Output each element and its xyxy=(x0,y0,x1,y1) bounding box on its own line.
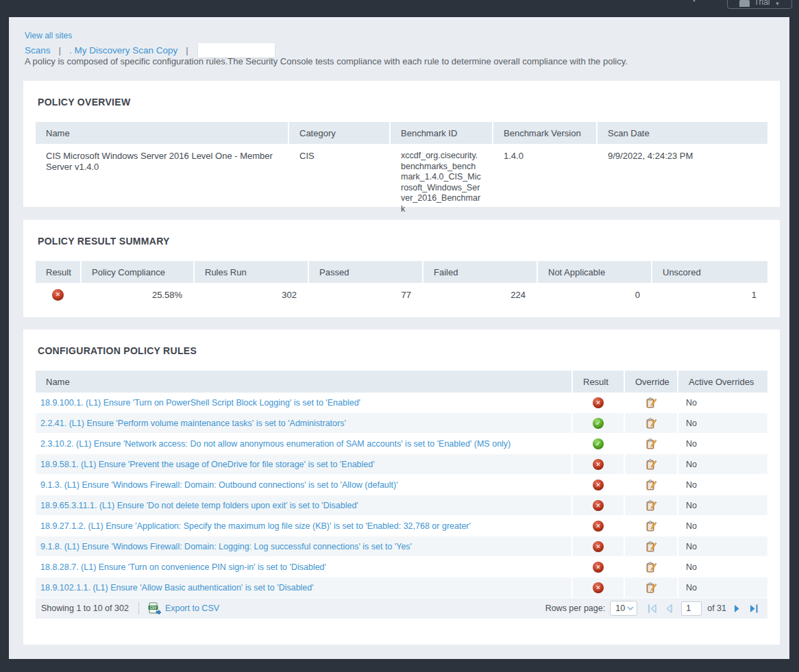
override-edit-icon xyxy=(645,479,657,491)
rule-row: 9.1.3. (L1) Ensure 'Windows Firewall: Do… xyxy=(36,475,767,495)
configuration-policy-rules-panel: CONFIGURATION POLICY RULES Name Result O… xyxy=(23,329,780,645)
active-overrides-value: No xyxy=(678,434,767,453)
benchmark-version-cell: 1.4.0 xyxy=(493,144,596,219)
override-button[interactable] xyxy=(625,495,677,515)
column-header-rules-run: Rules Run xyxy=(195,261,308,283)
summary-header-row: Result Policy Compliance Rules Run Passe… xyxy=(36,261,767,283)
override-button[interactable] xyxy=(625,454,677,474)
override-button[interactable] xyxy=(625,536,677,556)
column-header-category: Category xyxy=(289,122,389,144)
svg-text:CSV: CSV xyxy=(150,606,157,610)
rule-name-link[interactable]: 18.8.28.7. (L1) Ensure 'Turn on convenie… xyxy=(40,562,326,572)
showing-label: Showing 1 to 10 of 302 xyxy=(41,603,129,613)
override-button[interactable] xyxy=(625,475,677,495)
active-overrides-value: No xyxy=(678,413,767,433)
column-header-passed: Passed xyxy=(309,261,422,283)
policy-name-cell: CIS Microsoft Windows Server 2016 Level … xyxy=(36,144,288,219)
not-applicable-value: 0 xyxy=(538,283,651,306)
next-page-button[interactable] xyxy=(731,602,743,614)
rule-name-link[interactable]: 18.9.65.3.11.1. (L1) Ensure 'Do not dele… xyxy=(40,501,358,510)
column-header-active-overrides: Active Overrides xyxy=(678,371,767,393)
override-edit-icon xyxy=(645,582,657,594)
help-icon[interactable]: ? xyxy=(691,0,698,5)
column-header-override: Override xyxy=(625,371,677,393)
rule-name-link[interactable]: 2.2.41. (L1) Ensure 'Perform volume main… xyxy=(40,419,346,428)
rule-name-link[interactable]: 18.9.27.1.2. (L1) Ensure 'Application: S… xyxy=(40,521,471,531)
result-fail-icon xyxy=(52,289,64,301)
breadcrumb-blank-field[interactable] xyxy=(198,43,275,58)
rule-result-icon xyxy=(593,397,604,408)
override-button[interactable] xyxy=(625,557,677,577)
column-header-not-applicable: Not Applicable xyxy=(538,261,651,283)
trial-button[interactable]: Trial ▼ xyxy=(727,0,792,9)
column-header-result: Result xyxy=(36,261,80,283)
override-edit-icon xyxy=(645,520,657,532)
rule-name-link[interactable]: 18.9.58.1. (L1) Ensure 'Prevent the usag… xyxy=(40,460,375,469)
breadcrumb-scans-link[interactable]: Scans xyxy=(25,45,51,55)
override-button[interactable] xyxy=(625,434,677,453)
rows-per-page-select[interactable]: 10 xyxy=(610,601,637,616)
override-edit-icon xyxy=(645,540,657,553)
active-overrides-value: No xyxy=(678,475,767,495)
rule-name-link[interactable]: 2.3.10.2. (L1) Ensure 'Network access: D… xyxy=(40,439,511,449)
rule-name-link[interactable]: 9.1.8. (L1) Ensure 'Windows Firewall: Do… xyxy=(40,542,412,551)
last-page-button[interactable] xyxy=(748,602,760,614)
rule-row: 2.3.10.2. (L1) Ensure 'Network access: D… xyxy=(36,434,767,454)
page-number-input[interactable] xyxy=(681,601,702,616)
rule-result-icon xyxy=(593,438,604,449)
page-description: A policy is composed of specific configu… xyxy=(25,56,628,66)
export-to-csv-label: Export to CSV xyxy=(165,603,219,613)
override-edit-icon xyxy=(645,417,657,430)
configuration-policy-rules-title: CONFIGURATION POLICY RULES xyxy=(38,345,197,356)
rules-header-row: Name Result Override Active Overrides xyxy=(36,371,767,393)
override-button[interactable] xyxy=(625,516,677,536)
table-footer: Showing 1 to 10 of 302 CSV Export to CSV… xyxy=(36,598,767,619)
rules-run-value: 302 xyxy=(195,283,308,306)
active-overrides-value: No xyxy=(678,516,767,536)
csv-file-icon: CSV xyxy=(147,602,162,614)
column-header-rule-name: Name xyxy=(36,371,571,393)
policy-result-summary-title: POLICY RESULT SUMMARY xyxy=(38,236,170,247)
user-icon xyxy=(739,0,750,7)
top-nav-bar: ? Trial ▼ xyxy=(0,0,799,17)
rule-row: 18.9.102.1.1. (L1) Ensure 'Allow Basic a… xyxy=(36,577,767,598)
breadcrumb-separator: | xyxy=(59,45,61,55)
rules-rows: 18.9.100.1. (L1) Ensure 'Turn on PowerSh… xyxy=(36,393,767,598)
rule-result-icon xyxy=(593,459,604,470)
override-edit-icon xyxy=(645,499,657,512)
configuration-policy-rules-table: Name Result Override Active Overrides 18… xyxy=(36,371,767,598)
column-header-scan-date: Scan Date xyxy=(598,122,767,144)
summary-data-row: 25.58% 302 77 224 0 1 xyxy=(36,283,767,306)
passed-value: 77 xyxy=(309,283,422,306)
footer-divider xyxy=(138,602,139,614)
trial-button-label: Trial xyxy=(754,0,770,7)
override-button[interactable] xyxy=(625,393,677,412)
first-page-button[interactable] xyxy=(646,602,659,614)
rule-row: 18.8.28.7. (L1) Ensure 'Turn on convenie… xyxy=(36,557,767,577)
view-all-sites-link[interactable]: View all sites xyxy=(25,31,72,40)
override-button[interactable] xyxy=(625,577,677,597)
chevron-down-icon: ▼ xyxy=(774,1,780,7)
column-header-benchmark-version: Benchmark Version xyxy=(493,122,596,144)
chevron-down-icon xyxy=(627,606,634,611)
policy-result-summary-panel: POLICY RESULT SUMMARY Result Policy Comp… xyxy=(23,220,780,317)
rows-per-page-value: 10 xyxy=(615,603,625,613)
rule-name-link[interactable]: 9.1.3. (L1) Ensure 'Windows Firewall: Do… xyxy=(40,480,398,490)
override-edit-icon xyxy=(645,397,657,409)
failed-value: 224 xyxy=(423,283,537,306)
rule-result-icon xyxy=(593,418,604,429)
previous-page-button[interactable] xyxy=(663,602,675,614)
column-header-unscored: Unscored xyxy=(652,261,767,283)
rule-row: 2.2.41. (L1) Ensure 'Perform volume main… xyxy=(36,413,767,434)
breadcrumb-scan-name-link[interactable]: . My Discovery Scan Copy xyxy=(69,45,177,55)
rule-name-link[interactable]: 18.9.102.1.1. (L1) Ensure 'Allow Basic a… xyxy=(40,583,314,593)
policy-overview-table: Name Category Benchmark ID Benchmark Ver… xyxy=(36,122,767,219)
rule-row: 18.9.27.1.2. (L1) Ensure 'Application: S… xyxy=(36,516,767,536)
rule-name-link[interactable]: 18.9.100.1. (L1) Ensure 'Turn on PowerSh… xyxy=(40,398,360,408)
column-header-name: Name xyxy=(36,122,288,144)
column-header-policy-compliance: Policy Compliance xyxy=(82,261,193,283)
override-button[interactable] xyxy=(625,413,677,433)
rule-result-icon xyxy=(593,500,604,511)
export-to-csv-link[interactable]: CSV Export to CSV xyxy=(147,602,219,614)
scan-date-cell: 9/9/2022, 4:24:23 PM xyxy=(598,144,767,219)
